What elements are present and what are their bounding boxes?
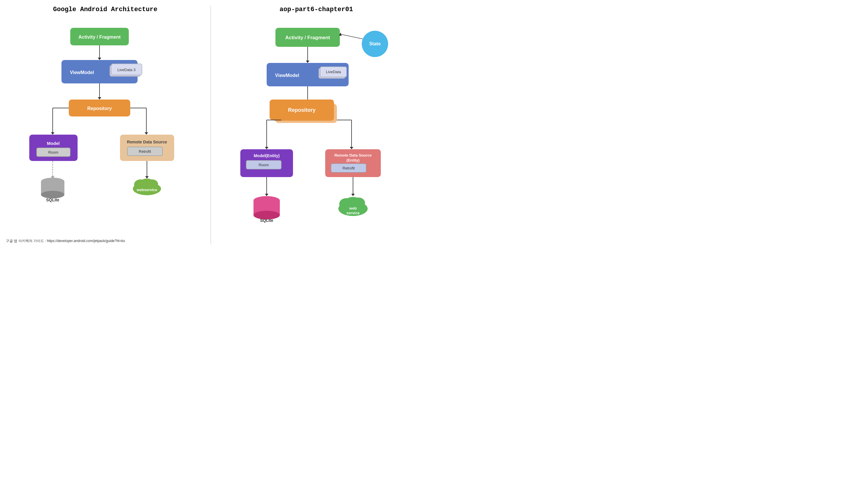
svg-marker-25 (145, 176, 149, 179)
right-activity-label: Activity / Fragment (285, 35, 330, 40)
right-sqlite-label: SQLite (260, 218, 273, 223)
right-viewmodel-label: ViewModel (275, 73, 299, 78)
left-diagram-svg: Activity / Fragment ViewModel LiveData 3… (23, 22, 187, 233)
right-repository-label: Repository (288, 107, 315, 113)
svg-point-29 (140, 179, 154, 187)
left-room-label: Room (48, 150, 58, 155)
svg-marker-46 (265, 147, 268, 149)
right-title: aop-part6-chapter01 (280, 6, 353, 13)
right-state-label: State (369, 41, 380, 46)
left-model-label: Model (47, 141, 59, 146)
left-rds-line1: Remote Data Source (127, 140, 167, 144)
right-diagram-svg: Activity / Fragment State ViewModel Live… (226, 22, 407, 245)
svg-point-64 (345, 197, 361, 207)
left-retrofit-label: Retrofit (139, 149, 151, 154)
left-sqlite-label: SQLite (46, 198, 59, 202)
svg-marker-2 (98, 58, 101, 60)
svg-marker-55 (265, 194, 268, 196)
right-diagram-section: aop-part6-chapter01 Activity / Fragment … (214, 6, 418, 245)
page-container: Google Android Architecture Activity / F… (0, 0, 422, 250)
left-viewmodel-label: ViewModel (70, 70, 94, 75)
svg-marker-49 (350, 147, 353, 149)
left-activity-label: Activity / Fragment (78, 35, 121, 39)
svg-line-32 (341, 34, 363, 39)
left-webservice-label: webservice (136, 187, 157, 192)
left-title: Google Android Architecture (53, 6, 157, 13)
section-divider (211, 6, 211, 245)
right-livedata-label: LiveData (326, 70, 341, 74)
right-rds-line2: (Entity) (346, 158, 359, 162)
right-rds-line1: Remote Data Source (334, 153, 372, 158)
left-repository-label: Repository (87, 106, 112, 111)
svg-marker-57 (351, 194, 355, 196)
right-webservice-line1: web (349, 206, 357, 211)
svg-marker-11 (51, 132, 54, 134)
right-room-label: Room (258, 163, 269, 167)
svg-marker-7 (98, 97, 101, 100)
right-webservice-line2: service (346, 211, 359, 215)
left-livedata-label: LiveData 3 (117, 68, 135, 72)
left-diagram-section: Google Android Architecture Activity / F… (3, 6, 208, 245)
right-retrofit-label: Retrofit (342, 166, 355, 170)
svg-marker-14 (145, 132, 148, 134)
right-model-entity-label: Model(Entity) (253, 154, 280, 158)
left-footer: 구글 앱 아키텍처 가이드 : https://developer.androi… (3, 238, 125, 244)
svg-marker-35 (306, 60, 309, 63)
